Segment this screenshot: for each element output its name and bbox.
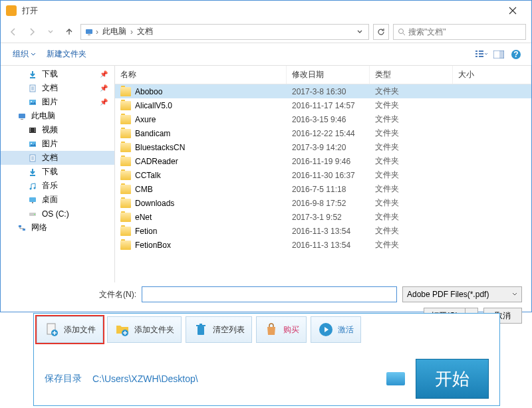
buy-button[interactable]: 购买: [256, 316, 307, 343]
sidebar-item[interactable]: 音乐: [1, 179, 114, 193]
folder-icon: [120, 199, 131, 208]
pin-icon: 📌: [100, 84, 108, 92]
close-button[interactable]: [499, 1, 526, 20]
svg-point-33: [34, 213, 35, 215]
download-blue-icon: [27, 69, 38, 80]
help-button[interactable]: ?: [507, 47, 525, 62]
address-dropdown[interactable]: [354, 29, 366, 35]
address-bar[interactable]: › 此电脑 › 文档: [80, 24, 369, 40]
file-date: 2017-3-9 14:20: [287, 143, 370, 152]
clear-list-button[interactable]: 清空列表: [186, 316, 252, 343]
activate-button[interactable]: 激活: [311, 316, 361, 343]
svg-rect-10: [499, 51, 504, 58]
disk-icon: [27, 209, 38, 219]
file-name: AlicallV5.0: [135, 101, 172, 110]
new-folder-button[interactable]: 新建文件夹: [41, 46, 92, 62]
file-type: 文件夹: [370, 100, 453, 111]
folder-icon: [120, 227, 131, 236]
organize-menu[interactable]: 组织: [7, 46, 41, 62]
chevron-down-icon: [47, 29, 54, 35]
search-box[interactable]: [393, 24, 526, 40]
sidebar-item[interactable]: OS (C:): [1, 207, 114, 221]
forward-button[interactable]: [25, 25, 39, 39]
svg-rect-24: [35, 131, 35, 132]
file-date: 2016-9-8 17:52: [287, 199, 370, 208]
sidebar-item-label: 图片: [42, 96, 58, 108]
svg-rect-0: [86, 29, 92, 34]
list-body: Aboboo2017-3-8 16:30文件夹AlicallV5.02016-1…: [115, 84, 531, 282]
file-name: Fetion: [135, 227, 157, 236]
start-button[interactable]: 开始: [416, 359, 489, 399]
file-date: 2016-11-3 13:54: [287, 241, 370, 250]
add-folder-button[interactable]: 添加文件夹: [107, 316, 182, 343]
folder-icon: [120, 101, 131, 110]
chevron-down-icon: [512, 292, 517, 297]
sidebar-item[interactable]: 桌面: [1, 193, 114, 207]
sidebar-item[interactable]: 文档: [1, 151, 114, 165]
svg-point-29: [34, 187, 36, 189]
sidebar-item[interactable]: 图片: [1, 137, 114, 151]
app-icon: [6, 5, 17, 16]
add-file-button[interactable]: 添加文件: [37, 316, 103, 343]
file-row[interactable]: BluestacksCN2017-3-9 14:20文件夹: [115, 140, 531, 154]
save-dir-label: 保存目录: [45, 373, 82, 385]
back-button[interactable]: [6, 25, 21, 39]
preview-pane-button[interactable]: [490, 47, 507, 62]
svg-rect-17: [21, 119, 23, 120]
recent-dropdown[interactable]: [43, 25, 58, 39]
breadcrumb-folder[interactable]: 文档: [134, 26, 156, 37]
file-row[interactable]: eNet2017-3-1 9:52文件夹: [115, 210, 531, 224]
doc-icon: [27, 83, 38, 94]
svg-point-15: [31, 101, 32, 102]
sidebar-item[interactable]: 下载: [1, 165, 114, 179]
svg-rect-4: [475, 53, 477, 54]
list-header: 名称 修改日期 类型 大小: [115, 66, 531, 84]
col-name[interactable]: 名称: [115, 66, 287, 84]
bag-icon: [263, 322, 279, 338]
file-row[interactable]: CCTalk2016-11-30 16:37文件夹: [115, 168, 531, 182]
breadcrumb-root[interactable]: 此电脑: [100, 26, 129, 37]
file-date: 2016-3-15 9:46: [287, 115, 370, 124]
col-type[interactable]: 类型: [370, 66, 453, 84]
file-row[interactable]: Axure2016-3-15 9:46文件夹: [115, 112, 531, 126]
col-date[interactable]: 修改日期: [287, 66, 370, 84]
file-name: BluestacksCN: [135, 143, 185, 152]
play-icon: [318, 322, 334, 338]
file-row[interactable]: Bandicam2016-12-22 15:44文件夹: [115, 126, 531, 140]
pc-icon: [17, 111, 27, 122]
browse-folder-button[interactable]: [386, 372, 405, 385]
search-input[interactable]: [408, 27, 521, 37]
file-row[interactable]: Downloads2016-9-8 17:52文件夹: [115, 196, 531, 210]
pc-icon: [84, 27, 94, 37]
sidebar-item[interactable]: 图片📌: [1, 95, 114, 109]
svg-rect-23: [35, 130, 35, 130]
sidebar-item[interactable]: 网络: [1, 221, 114, 235]
sidebar-item[interactable]: 下载📌: [1, 67, 114, 81]
breadcrumb-sep: ›: [129, 27, 134, 37]
file-row[interactable]: CMB2016-7-5 11:18文件夹: [115, 182, 531, 196]
view-mode-button[interactable]: [473, 47, 490, 62]
sidebar-item[interactable]: 文档📌: [1, 81, 114, 95]
svg-point-28: [30, 187, 32, 189]
file-date: 2016-11-17 14:57: [287, 101, 370, 110]
filename-input[interactable]: [142, 286, 397, 302]
file-row[interactable]: FetionBox2016-11-3 13:54文件夹: [115, 238, 531, 252]
file-name: FetionBox: [135, 241, 171, 250]
sidebar: 下载📌文档📌图片📌此电脑视频图片文档下载音乐桌面OS (C:)网络: [1, 66, 115, 282]
folder-icon: [120, 213, 131, 222]
up-button[interactable]: [62, 25, 76, 39]
file-row[interactable]: AlicallV5.02016-11-17 14:57文件夹: [115, 98, 531, 112]
file-row[interactable]: CADReader2016-11-19 9:46文件夹: [115, 154, 531, 168]
col-size[interactable]: 大小: [453, 66, 531, 84]
filetype-filter[interactable]: Adobe PDF Files(*.pdf): [402, 286, 522, 302]
file-date: 2016-11-19 9:46: [287, 157, 370, 166]
sidebar-item[interactable]: 此电脑: [1, 109, 114, 123]
help-icon: ?: [511, 49, 521, 60]
svg-rect-6: [479, 51, 483, 52]
file-type: 文件夹: [370, 128, 453, 139]
file-row[interactable]: Aboboo2017-3-8 16:30文件夹: [115, 84, 531, 98]
file-row[interactable]: Fetion2016-11-3 13:54文件夹: [115, 224, 531, 238]
file-type: 文件夹: [370, 197, 453, 209]
sidebar-item[interactable]: 视频: [1, 123, 114, 137]
refresh-button[interactable]: [373, 24, 389, 40]
